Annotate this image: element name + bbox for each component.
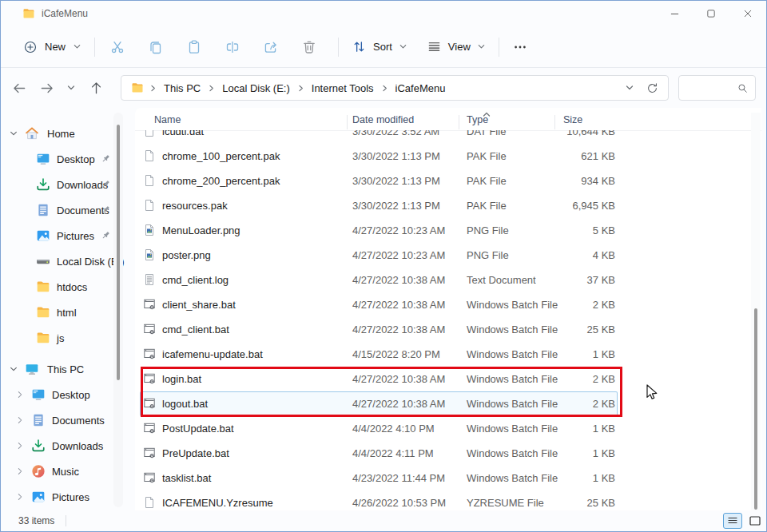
sidebar-item-downloads[interactable]: Downloads [1,172,129,197]
cut-button[interactable] [98,33,137,62]
sidebar-item-htdocs[interactable]: htdocs [1,274,129,300]
sidebar-section-this-pc[interactable]: This PC [1,356,129,382]
minimize-button[interactable] [656,1,693,26]
sidebar-item-music[interactable]: Music [1,459,129,484]
home-icon [25,126,39,141]
up-button[interactable] [82,74,109,101]
file-row-chrome-100-percent-pak[interactable]: chrome_100_percent.pak3/30/2022 1:13 PMP… [140,144,618,169]
sidebar-item-desktop[interactable]: Desktop [1,146,129,172]
sidebar-section-home[interactable]: Home [1,121,129,146]
file-size: 621 KB [483,144,615,169]
music-icon [31,464,46,478]
view-button[interactable]: View [417,33,495,62]
column-header-name[interactable]: Name [154,114,181,125]
sidebar-item-pictures[interactable]: Pictures [1,223,129,248]
file-file-icon [143,174,156,187]
column-header-size[interactable]: Size [563,114,582,125]
file-row-icafemenu-update-bat[interactable]: icafemenu-update.bat4/15/2022 8:20 PMWin… [140,342,618,367]
sidebar-item-label: Pictures [57,230,94,242]
file-row-chrome-200-percent-pak[interactable]: chrome_200_percent.pak3/30/2022 1:13 PMP… [140,169,618,193]
toolbar-actions [98,33,328,62]
paste-button[interactable] [175,33,213,62]
copy-button[interactable] [137,33,175,62]
sidebar-item-html[interactable]: html [1,300,129,325]
refresh-button[interactable] [641,77,663,98]
sort-button[interactable]: Sort [342,33,417,62]
sidebar-scrollbar-thumb[interactable] [117,125,120,380]
new-button[interactable]: New [14,33,91,62]
delete-button[interactable] [290,33,328,62]
file-row-client-share-bat[interactable]: client_share.bat4/27/2022 10:38 AMWindow… [140,292,618,317]
sidebar-item-desktop[interactable]: Desktop [1,382,129,407]
rename-button[interactable] [213,33,252,62]
file-row-resources-pak[interactable]: resources.pak3/30/2022 1:13 PMPAK File6,… [140,193,618,218]
view-lines-icon [427,39,442,54]
file-list-scrollbar[interactable] [751,113,761,510]
column-header-date-modified[interactable]: Date modified [352,114,414,125]
sidebar-item-label: Music [52,466,79,478]
details-view-icon [726,514,739,527]
file-row-poster-png[interactable]: poster.png4/27/2022 10:23 AMPNG File4 KB [140,243,618,268]
sidebar-item-js[interactable]: js [1,325,129,351]
breadcrumb-separator-icon [145,84,161,93]
large-icons-view-button[interactable] [745,513,765,529]
file-name: icafemenu-update.bat [162,342,263,367]
sort-ascending-icon [482,109,491,119]
file-row-preupdate-bat[interactable]: PreUpdate.bat4/4/2022 4:11 PMWindows Bat… [140,441,618,466]
chevron-right-icon [15,415,25,425]
details-view-button[interactable] [723,513,742,529]
sidebar-item-downloads[interactable]: Downloads [1,433,129,459]
column-divider[interactable] [347,115,348,129]
column-divider[interactable] [554,115,555,129]
file-row-menuloader-png[interactable]: MenuLoader.png4/27/2022 10:23 AMPNG File… [140,218,618,243]
column-divider[interactable] [459,115,459,129]
breadcrumb-item[interactable]: iCafeMenu [392,81,449,96]
close-button[interactable] [729,1,766,26]
file-row-logout-bat[interactable]: logout.bat4/27/2022 10:38 AMWindows Batc… [140,391,618,416]
share-button[interactable] [252,33,290,62]
breadcrumb-item[interactable]: Internet Tools [308,81,377,96]
file-name: cmd_client.log [162,268,229,292]
search-box[interactable] [678,75,756,101]
breadcrumb-separator-icon [293,84,308,93]
address-bar[interactable]: This PCLocal Disk (E:)Internet ToolsiCaf… [121,75,669,101]
image-file-icon [143,224,156,236]
file-date-modified: 3/30/2022 1:13 PM [352,144,440,169]
sidebar-item-local-disk-e-[interactable]: Local Disk (E:) [1,248,129,274]
file-date-modified: 4/27/2022 10:38 AM [352,268,445,292]
breadcrumb-item[interactable]: This PC [161,81,204,96]
file-date-modified: 4/4/2022 4:10 PM [352,416,435,441]
sidebar-item-pictures[interactable]: Pictures [1,484,129,510]
file-explorer-window: iCafeMenu New Sort View T [0,0,767,532]
file-row-icafemenu-yzresume[interactable]: ICAFEMENU.Yzresume4/26/2022 10:53 PMYZRE… [140,490,618,512]
items-count: 33 items [18,515,54,526]
file-row-postupdate-bat[interactable]: PostUpdate.bat4/4/2022 4:10 PMWindows Ba… [140,416,618,441]
file-file-icon [143,199,156,212]
recent-button[interactable] [60,74,82,101]
sidebar-section-label: This PC [47,363,84,375]
file-name: client_share.bat [162,292,236,317]
file-row-tasklist-bat[interactable]: tasklist.bat4/23/2022 11:44 PMWindows Ba… [140,466,618,490]
chevron-right-icon [380,84,389,93]
file-row-cmd-client-bat[interactable]: cmd_client.bat4/27/2022 10:38 AMWindows … [140,317,618,342]
back-button[interactable] [6,74,33,101]
sort-button-label: Sort [373,41,392,53]
search-input[interactable] [679,81,737,94]
breadcrumb-separator-icon [204,84,219,93]
breadcrumb-item[interactable]: Local Disk (E:) [219,81,293,96]
batch-file-icon [143,372,156,385]
sidebar-scrollbar[interactable] [113,113,123,507]
file-file-icon [143,496,156,509]
maximize-button[interactable] [693,1,729,26]
file-row-icudtl-dat[interactable]: icudtl.dat3/30/2022 3:52 AMDAT File10,64… [140,130,618,144]
sidebar-item-documents[interactable]: Documents [1,407,129,433]
sidebar-item-documents[interactable]: Documents [1,197,129,223]
chevron-down-icon [625,83,634,93]
file-row-login-bat[interactable]: login.bat4/27/2022 10:38 AMWindows Batch… [140,367,618,391]
file-row-cmd-client-log[interactable]: cmd_client.log4/27/2022 10:38 AMText Doc… [140,268,618,292]
forward-button[interactable] [33,74,60,101]
see-more-button[interactable] [504,33,536,62]
sidebar-gap [1,351,129,356]
file-list-scrollbar-thumb[interactable] [754,308,757,510]
address-dropdown-button[interactable] [618,77,641,98]
